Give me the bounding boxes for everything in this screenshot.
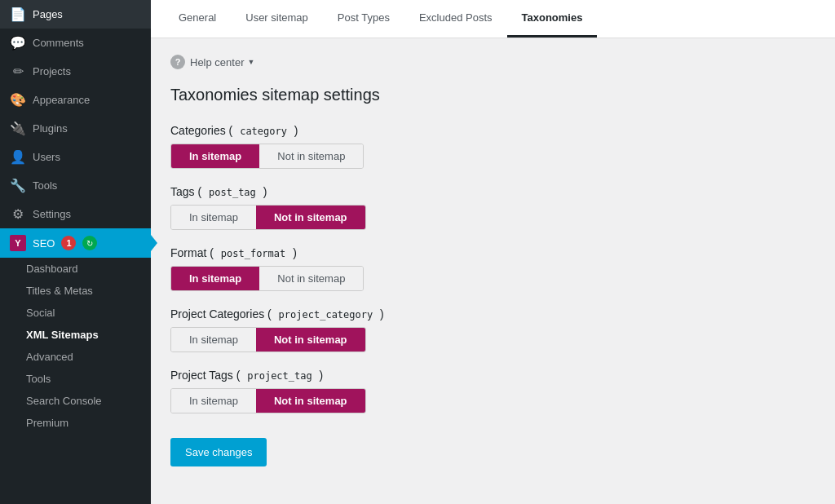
plugins-icon: 🔌 — [10, 121, 26, 136]
appearance-icon: 🎨 — [10, 92, 26, 108]
submenu-item-titles-metas[interactable]: Titles & Metas — [0, 280, 151, 302]
taxonomy-in-sitemap-categories[interactable]: In sitemap — [171, 144, 259, 168]
taxonomy-section-tags: Tags ( post_tag )In sitemapNot in sitema… — [170, 185, 815, 230]
sidebar-item-label: Projects — [33, 65, 71, 77]
save-changes-button[interactable]: Save changes — [170, 438, 267, 466]
projects-icon: ✏ — [10, 64, 26, 79]
submenu-item-premium[interactable]: Premium — [0, 412, 151, 434]
content-area: ? Help center ▼ Taxonomies sitemap setti… — [151, 38, 835, 504]
taxonomy-not-in-sitemap-format[interactable]: Not in sitemap — [259, 267, 363, 290]
taxonomy-toggle-categories: In sitemapNot in sitemap — [170, 144, 364, 169]
submenu-item-search-console[interactable]: Search Console — [0, 390, 151, 412]
page-title: Taxonomies sitemap settings — [170, 86, 815, 104]
yoast-logo: Y — [10, 235, 26, 251]
taxonomy-in-sitemap-tags[interactable]: In sitemap — [171, 206, 256, 229]
taxonomy-toggle-tags: In sitemapNot in sitemap — [170, 205, 366, 230]
taxonomy-toggle-project-tags: In sitemapNot in sitemap — [170, 388, 366, 413]
taxonomy-toggle-format: In sitemapNot in sitemap — [170, 266, 364, 291]
taxonomy-in-sitemap-project-tags[interactable]: In sitemap — [171, 389, 256, 413]
help-chevron-icon: ▼ — [247, 58, 254, 66]
settings-icon: ⚙ — [10, 206, 26, 222]
taxonomy-label-tags: Tags ( post_tag ) — [170, 185, 815, 198]
sidebar-item-users[interactable]: 👤 Users — [0, 143, 151, 171]
sidebar-item-label: Plugins — [33, 122, 68, 135]
tab-user-sitemap[interactable]: User sitemap — [231, 0, 323, 38]
taxonomy-not-in-sitemap-categories[interactable]: Not in sitemap — [259, 144, 363, 168]
taxonomy-section-project-categories: Project Categories ( project_category )I… — [170, 307, 815, 352]
taxonomy-label-project-tags: Project Tags ( project_tag ) — [170, 369, 815, 382]
pages-icon: 📄 — [10, 7, 26, 22]
sidebar-item-label: Settings — [33, 208, 71, 220]
tools-icon: 🔧 — [10, 178, 26, 193]
sidebar-item-projects[interactable]: ✏ Projects — [0, 57, 151, 86]
submenu-item-xml-sitemaps[interactable]: XML Sitemaps — [0, 324, 151, 346]
taxonomy-in-sitemap-project-categories[interactable]: In sitemap — [171, 328, 256, 351]
seo-update-icon: ↻ — [82, 236, 97, 250]
sidebar-item-tools[interactable]: 🔧 Tools — [0, 171, 151, 200]
tab-excluded-posts[interactable]: Excluded Posts — [404, 0, 507, 38]
seo-label: SEO — [33, 237, 55, 250]
tab-general[interactable]: General — [164, 0, 231, 38]
submenu-item-dashboard[interactable]: Dashboard — [0, 258, 151, 280]
taxonomy-toggle-project-categories: In sitemapNot in sitemap — [170, 327, 366, 352]
sidebar: 📄 Pages 💬 Comments ✏ Projects 🎨 Appearan… — [0, 0, 151, 504]
sidebar-item-seo[interactable]: Y SEO 1 ↻ — [0, 228, 151, 258]
submenu-item-advanced[interactable]: Advanced — [0, 346, 151, 368]
sidebar-item-pages[interactable]: 📄 Pages — [0, 0, 151, 29]
tab-post-types[interactable]: Post Types — [323, 0, 404, 38]
main-content: General User sitemap Post Types Excluded… — [151, 0, 835, 504]
tab-taxonomies[interactable]: Taxonomies — [507, 0, 598, 38]
taxonomy-list: Categories ( category )In sitemapNot in … — [170, 124, 815, 413]
sidebar-item-appearance[interactable]: 🎨 Appearance — [0, 86, 151, 114]
taxonomy-label-format: Format ( post_format ) — [170, 246, 815, 259]
taxonomy-in-sitemap-format[interactable]: In sitemap — [171, 267, 259, 290]
seo-submenu: Dashboard Titles & Metas Social XML Site… — [0, 258, 151, 434]
sidebar-item-label: Pages — [33, 8, 63, 20]
comments-icon: 💬 — [10, 35, 26, 51]
sidebar-item-label: Appearance — [33, 94, 90, 106]
sidebar-item-label: Tools — [33, 179, 57, 192]
submenu-item-tools[interactable]: Tools — [0, 368, 151, 390]
taxonomy-not-in-sitemap-tags[interactable]: Not in sitemap — [256, 206, 365, 229]
seo-badge: 1 — [61, 236, 76, 250]
taxonomy-not-in-sitemap-project-categories[interactable]: Not in sitemap — [256, 328, 365, 351]
taxonomy-not-in-sitemap-project-tags[interactable]: Not in sitemap — [256, 389, 365, 413]
taxonomy-section-categories: Categories ( category )In sitemapNot in … — [170, 124, 815, 169]
taxonomy-section-project-tags: Project Tags ( project_tag )In sitemapNo… — [170, 369, 815, 413]
taxonomy-label-project-categories: Project Categories ( project_category ) — [170, 307, 815, 321]
users-icon: 👤 — [10, 149, 26, 165]
help-center-bar: ? Help center ▼ — [170, 55, 815, 69]
taxonomy-label-categories: Categories ( category ) — [170, 124, 815, 137]
sidebar-item-comments[interactable]: 💬 Comments — [0, 29, 151, 57]
tabs-bar: General User sitemap Post Types Excluded… — [151, 0, 835, 38]
sidebar-item-plugins[interactable]: 🔌 Plugins — [0, 114, 151, 143]
help-icon: ? — [170, 55, 185, 69]
submenu-item-social[interactable]: Social — [0, 302, 151, 324]
help-center-link[interactable]: Help center ▼ — [190, 56, 254, 69]
sidebar-arrow — [151, 235, 157, 251]
taxonomy-section-format: Format ( post_format )In sitemapNot in s… — [170, 246, 815, 291]
sidebar-item-label: Users — [33, 151, 60, 163]
sidebar-item-label: Comments — [33, 37, 84, 49]
sidebar-item-settings[interactable]: ⚙ Settings — [0, 200, 151, 228]
